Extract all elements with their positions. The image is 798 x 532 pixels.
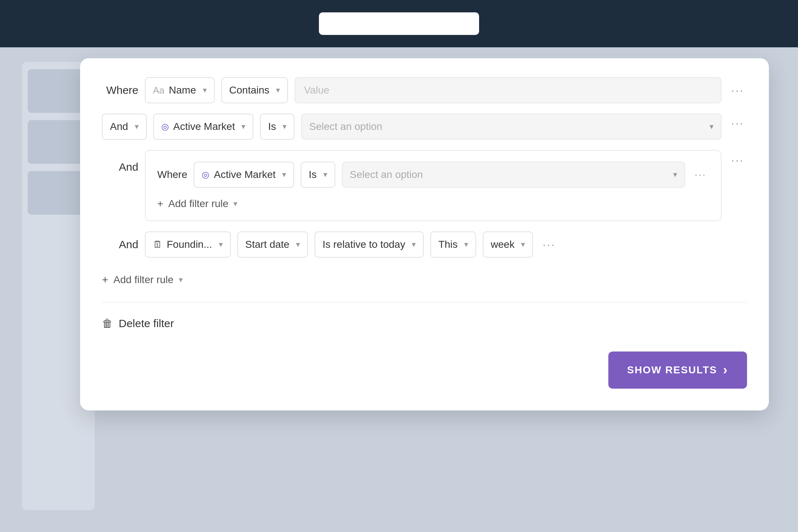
and-label-3: And: [102, 238, 138, 251]
select-option-chevron-1: ▾: [710, 122, 714, 131]
contains-operator-dropdown[interactable]: Contains ▾: [221, 77, 288, 103]
is-relative-chevron: ▾: [412, 240, 416, 249]
show-results-button[interactable]: SHOW RESULTS ›: [608, 352, 747, 389]
where-label: Where: [102, 84, 138, 96]
name-field-label: Name: [169, 84, 196, 96]
week-chevron: ▾: [521, 240, 525, 249]
filter-row-3: And Where ◎ Active Market ▾ Is ▾ Select …: [102, 150, 747, 221]
bottom-add-filter-rule[interactable]: + Add filter rule ▾: [102, 274, 747, 286]
calendar-icon: 🗓: [153, 239, 162, 250]
and-label-1: And: [110, 121, 128, 132]
text-field-icon: Aa: [153, 85, 165, 96]
bottom-plus-icon: +: [102, 274, 108, 286]
delete-filter-label: Delete filter: [119, 317, 174, 330]
this-dropdown[interactable]: This ▾: [430, 231, 476, 258]
nested-select-option-label: Select an option: [350, 169, 667, 180]
nested-where-label: Where: [157, 169, 187, 180]
is-relative-dropdown[interactable]: Is relative to today ▾: [315, 231, 424, 258]
is-operator-dropdown-1[interactable]: Is ▾: [260, 114, 295, 140]
row4-more-button[interactable]: ···: [540, 235, 558, 254]
top-bar: [0, 0, 798, 47]
filter-row-2: And ▾ ◎ Active Market ▾ Is ▾ Select an o…: [102, 114, 747, 140]
start-date-chevron: ▾: [296, 240, 300, 249]
select-option-label-1: Select an option: [309, 121, 703, 132]
nested-is-label: Is: [309, 169, 317, 180]
left-panel-item-2: [28, 120, 89, 164]
row1-more-button[interactable]: ···: [728, 81, 747, 100]
nested-is-operator-dropdown[interactable]: Is ▾: [301, 162, 335, 188]
bottom-add-filter-label: Add filter rule: [114, 274, 174, 286]
active-market-chevron-1: ▾: [241, 122, 245, 131]
filter-modal: Where Aa Name ▾ Contains ▾ Value ··· And…: [80, 58, 769, 410]
show-results-label: SHOW RESULTS: [627, 364, 717, 376]
search-bar[interactable]: [319, 12, 479, 35]
nested-active-market-dropdown[interactable]: ◎ Active Market ▾: [194, 162, 294, 188]
founding-chevron: ▾: [219, 240, 223, 249]
nested-plus-icon: +: [157, 198, 163, 210]
delete-filter-button[interactable]: 🗑 Delete filter: [102, 317, 747, 330]
target-icon-1: ◎: [161, 122, 169, 132]
contains-chevron: ▾: [276, 86, 280, 95]
contains-label: Contains: [229, 84, 270, 96]
and-dropdown-1[interactable]: And ▾: [102, 114, 147, 140]
is-relative-label: Is relative to today: [323, 239, 405, 250]
value-input[interactable]: Value: [295, 77, 722, 103]
start-date-label: Start date: [245, 239, 289, 250]
week-label: week: [491, 239, 514, 250]
founding-label: Foundin...: [167, 239, 212, 250]
nested-select-option-dropdown[interactable]: Select an option ▾: [342, 162, 685, 188]
active-market-label-1: Active Market: [173, 121, 235, 132]
and-chevron-1: ▾: [135, 122, 139, 131]
nested-select-option-chevron: ▾: [673, 170, 677, 179]
show-results-arrow: ›: [723, 362, 728, 378]
name-field-chevron: ▾: [203, 86, 207, 95]
filter-row-4: And 🗓 Foundin... ▾ Start date ▾ Is relat…: [102, 231, 747, 258]
this-label: This: [438, 239, 458, 250]
nested-filter-group: Where ◎ Active Market ▾ Is ▾ Select an o…: [145, 150, 722, 221]
and-label-2: And: [102, 150, 138, 173]
divider: [102, 302, 747, 303]
is-chevron-1: ▾: [283, 122, 287, 131]
active-market-dropdown-1[interactable]: ◎ Active Market ▾: [153, 114, 254, 140]
trash-icon: 🗑: [102, 317, 113, 330]
week-dropdown[interactable]: week ▾: [483, 231, 533, 258]
left-panel-item-3: [28, 171, 89, 215]
nested-target-icon: ◎: [202, 170, 209, 180]
bottom-add-filter-chevron: ▾: [179, 275, 183, 285]
nested-active-market-label: Active Market: [214, 169, 276, 180]
nested-add-filter-rule[interactable]: + Add filter rule ▾: [157, 198, 709, 210]
start-date-dropdown[interactable]: Start date ▾: [237, 231, 308, 258]
founding-field-dropdown[interactable]: 🗓 Foundin... ▾: [145, 231, 231, 258]
nested-is-chevron: ▾: [323, 170, 327, 179]
row2-more-button[interactable]: ···: [728, 114, 747, 133]
this-chevron: ▾: [464, 240, 468, 249]
nested-active-market-chevron: ▾: [282, 170, 286, 179]
row3-more-button[interactable]: ···: [728, 150, 747, 170]
select-option-dropdown-1[interactable]: Select an option ▾: [301, 114, 722, 140]
nested-more-button[interactable]: ···: [692, 166, 709, 183]
nested-filter-row: Where ◎ Active Market ▾ Is ▾ Select an o…: [157, 162, 709, 188]
value-placeholder: Value: [304, 84, 329, 96]
filter-row-1: Where Aa Name ▾ Contains ▾ Value ···: [102, 77, 747, 103]
left-panel-item: [28, 69, 89, 113]
nested-add-filter-label: Add filter rule: [168, 198, 228, 210]
name-field-dropdown[interactable]: Aa Name ▾: [145, 77, 215, 103]
is-label-1: Is: [268, 121, 276, 132]
nested-add-filter-chevron: ▾: [233, 199, 237, 209]
